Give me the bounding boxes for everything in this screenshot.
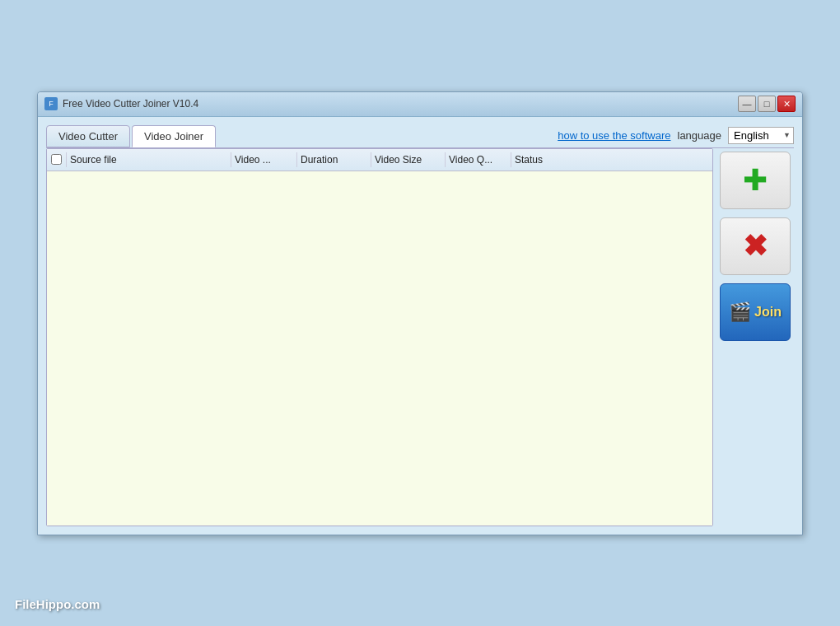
- sidebar-buttons: ✚ ✖ 🎬 Join: [720, 148, 794, 526]
- language-select-wrapper: English Chinese French German Spanish: [728, 127, 794, 144]
- howto-link[interactable]: how to use the software: [558, 129, 670, 142]
- col-header-size: Video Size: [371, 152, 446, 167]
- minimize-button[interactable]: —: [738, 96, 756, 112]
- app-icon: F: [44, 97, 58, 110]
- window-title: Free Video Cutter Joiner V10.4: [63, 98, 198, 110]
- col-header-status: Status: [511, 152, 569, 167]
- tabs-group: Video Cutter Video Joiner: [46, 125, 217, 147]
- plus-icon: ✚: [743, 163, 768, 198]
- col-header-duration: Duration: [297, 152, 371, 167]
- main-content: Video Cutter Video Joiner how to use the…: [38, 117, 802, 535]
- file-table: Source file Video ... Duration Video Siz…: [46, 148, 713, 526]
- table-header: Source file Video ... Duration Video Siz…: [47, 149, 712, 171]
- table-body: [47, 171, 712, 526]
- header-right: how to use the software language English…: [541, 127, 794, 147]
- tabs-header-row: Video Cutter Video Joiner how to use the…: [46, 125, 794, 148]
- add-file-button[interactable]: ✚: [720, 152, 791, 209]
- col-header-quality: Video Q...: [446, 152, 511, 167]
- col-header-source: Source file: [67, 152, 231, 167]
- restore-button[interactable]: □: [758, 96, 776, 112]
- col-header-video: Video ...: [231, 152, 297, 167]
- join-button[interactable]: 🎬 Join: [720, 283, 791, 341]
- tab-video-cutter[interactable]: Video Cutter: [46, 125, 130, 147]
- title-bar-left: F Free Video Cutter Joiner V10.4: [44, 97, 198, 110]
- language-label: language: [678, 129, 722, 142]
- tab-video-joiner[interactable]: Video Joiner: [132, 125, 216, 147]
- col-header-checkbox: [47, 152, 67, 167]
- select-all-checkbox[interactable]: [51, 154, 62, 165]
- filehippo-watermark: FileHippo.com: [15, 597, 100, 611]
- close-button[interactable]: ✕: [777, 96, 796, 112]
- title-bar: F Free Video Cutter Joiner V10.4 — □ ✕: [38, 92, 802, 117]
- language-select[interactable]: English Chinese French German Spanish: [728, 127, 794, 144]
- join-film-icon: 🎬: [729, 301, 751, 323]
- join-label: Join: [754, 305, 782, 320]
- remove-file-button[interactable]: ✖: [720, 217, 791, 275]
- title-bar-controls: — □ ✕: [738, 96, 796, 112]
- x-icon: ✖: [743, 229, 768, 264]
- panel-area: Source file Video ... Duration Video Siz…: [46, 148, 794, 526]
- main-window: F Free Video Cutter Joiner V10.4 — □ ✕ V…: [37, 91, 803, 535]
